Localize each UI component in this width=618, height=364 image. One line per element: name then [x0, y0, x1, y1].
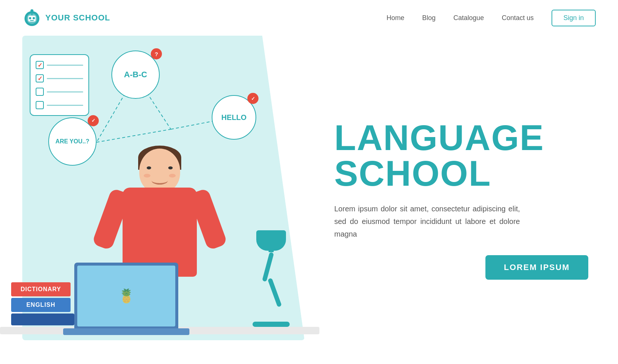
laptop: 🍍: [63, 261, 189, 335]
text-panel: LANGUAGE SCHOOL Lorem ipsum dolor sit am…: [319, 36, 618, 364]
laptop-logo: 🍍: [118, 288, 135, 304]
svg-rect-5: [30, 20, 34, 21]
check-badge-areyou: ✓: [88, 115, 99, 126]
logo-text: YOUR SCHOOL: [45, 13, 110, 23]
checkbox-3: [36, 88, 44, 96]
logo: YOUR SCHOOL: [22, 8, 110, 27]
checklist-item-1: ✓: [36, 61, 83, 69]
description-text: Lorem ipsum dolor sit amet, consectetur …: [334, 202, 520, 240]
student-smile: [152, 176, 168, 185]
checklist-item-2: ✓: [36, 74, 83, 82]
checkbox-2: ✓: [36, 74, 44, 82]
cta-button[interactable]: LOREM IPSUM: [485, 255, 588, 280]
svg-point-7: [30, 9, 33, 12]
checklist-item-3: [36, 88, 83, 96]
logo-icon: [22, 8, 42, 27]
main-content: ✓ ✓ A-B-C ?: [0, 36, 618, 364]
question-badge: ?: [151, 48, 162, 59]
checkbox-1: ✓: [36, 61, 44, 69]
lamp-head: [256, 230, 286, 251]
lamp: [245, 230, 297, 327]
svg-point-4: [33, 17, 35, 19]
cheek-right: [169, 174, 176, 178]
cheek-left: [144, 174, 150, 178]
book-dictionary: DICTIONARY: [11, 282, 71, 296]
lamp-arm2: [267, 278, 282, 307]
header: YOUR SCHOOL Home Blog Catalogue Contact …: [0, 0, 618, 36]
bubble-areyou: ARE YOU..? ✓: [48, 117, 97, 166]
laptop-screen: 🍍: [74, 263, 178, 329]
svg-point-3: [29, 17, 31, 19]
nav-catalogue[interactable]: Catalogue: [453, 14, 484, 22]
check-badge-hello: ✓: [247, 93, 258, 104]
checklist-card: ✓ ✓: [30, 54, 89, 116]
heading-language: LANGUAGE: [334, 120, 588, 156]
nav-home[interactable]: Home: [387, 14, 404, 22]
eye-right: [168, 166, 173, 169]
bubble-hello: HELLO ✓: [212, 95, 256, 140]
laptop-base: [63, 328, 189, 335]
bubble-abc: A-B-C ?: [111, 51, 160, 99]
checklist-item-4: [36, 101, 83, 109]
checkbox-4: [36, 101, 44, 109]
student-eyes: [147, 166, 173, 169]
heading-school: SCHOOL: [334, 156, 588, 191]
student-head: [139, 149, 180, 193]
book-english: ENGLISH: [11, 298, 71, 312]
eye-left: [147, 166, 151, 169]
nav-contact[interactable]: Contact us: [502, 14, 534, 22]
nav-blog[interactable]: Blog: [422, 14, 436, 22]
lamp-arm1: [262, 252, 274, 282]
laptop-screen-inner: 🍍: [77, 266, 175, 326]
sign-in-button[interactable]: Sign in: [552, 10, 596, 26]
main-nav: Home Blog Catalogue Contact us Sign in: [387, 10, 596, 26]
illustration-panel: ✓ ✓ A-B-C ?: [0, 36, 319, 364]
lamp-base: [253, 322, 290, 327]
